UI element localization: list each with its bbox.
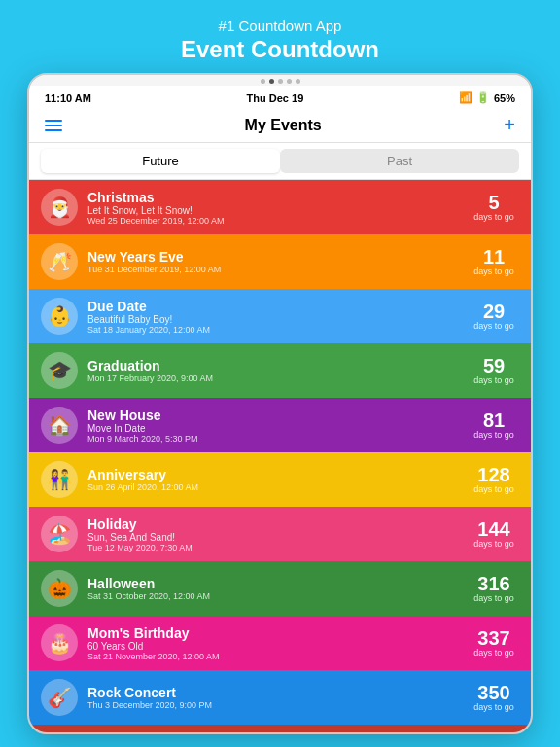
event-name: New Years Eve bbox=[88, 249, 469, 265]
event-countdown: 316 days to go bbox=[469, 574, 519, 603]
countdown-label: days to go bbox=[473, 593, 514, 603]
event-row[interactable]: 🏠 New House Move In Date Mon 9 March 202… bbox=[29, 398, 531, 452]
event-name: Mom's Birthday bbox=[88, 625, 469, 641]
countdown-label: days to go bbox=[473, 430, 514, 440]
countdown-number: 144 bbox=[477, 519, 509, 539]
header-subtitle: #1 Countdown App bbox=[0, 18, 560, 34]
event-info: Christmas Let It Snow, Let It Snow! Wed … bbox=[88, 190, 469, 226]
event-countdown: 128 days to go bbox=[469, 465, 519, 494]
event-row[interactable]: 🥂 New Years Eve Tue 31 December 2019, 12… bbox=[29, 234, 531, 289]
device-frame: 11:10 AM Thu Dec 19 📶 🔋 65% My Events + … bbox=[27, 73, 533, 734]
countdown-number: 128 bbox=[477, 465, 509, 484]
event-subtitle: Let It Snow, Let It Snow! bbox=[88, 205, 469, 216]
event-countdown: 337 days to go bbox=[469, 628, 519, 658]
event-date: Tue 31 December 2019, 12:00 AM bbox=[88, 265, 469, 274]
countdown-number: 81 bbox=[483, 410, 505, 430]
event-icon: 👫 bbox=[41, 461, 78, 498]
countdown-number: 11 bbox=[483, 247, 505, 267]
event-date: Mon 17 February 2020, 9:00 AM bbox=[88, 374, 469, 383]
countdown-label: days to go bbox=[473, 267, 514, 276]
event-date: Sat 31 October 2020, 12:00 AM bbox=[88, 591, 469, 601]
event-info: Rock Concert Thu 3 December 2020, 9:00 P… bbox=[88, 685, 469, 710]
event-icon: 👶 bbox=[41, 298, 78, 335]
segment-past[interactable]: Past bbox=[280, 149, 519, 173]
event-info: Halloween Sat 31 October 2020, 12:00 AM bbox=[88, 576, 469, 601]
event-name: Anniversary bbox=[88, 467, 469, 482]
event-info: Holiday Sun, Sea And Sand! Tue 12 May 20… bbox=[88, 516, 469, 552]
event-countdown: 29 days to go bbox=[469, 302, 519, 331]
event-subtitle: Sun, Sea And Sand! bbox=[88, 532, 469, 543]
event-icon: 🎸 bbox=[41, 679, 78, 716]
status-date: Thu Dec 19 bbox=[247, 92, 304, 104]
event-name: Graduation bbox=[88, 358, 469, 374]
event-row[interactable]: 🎭 Theatre An Evening Of Ballet 458 days … bbox=[29, 725, 531, 732]
event-info: New House Move In Date Mon 9 March 2020,… bbox=[88, 408, 469, 444]
dot-1 bbox=[261, 79, 265, 84]
countdown-number: 29 bbox=[483, 302, 505, 321]
hamburger-line-2 bbox=[45, 124, 62, 126]
event-row[interactable]: 👫 Anniversary Sun 26 April 2020, 12:00 A… bbox=[29, 452, 531, 507]
event-icon: 🎃 bbox=[41, 570, 78, 607]
event-date: Mon 9 March 2020, 5:30 PM bbox=[88, 434, 469, 444]
event-countdown: 81 days to go bbox=[469, 410, 519, 440]
event-countdown: 11 days to go bbox=[469, 247, 519, 276]
event-info: Graduation Mon 17 February 2020, 9:00 AM bbox=[88, 358, 469, 383]
segment-control: Future Past bbox=[29, 143, 531, 180]
nav-bar: My Events + bbox=[29, 108, 531, 143]
event-subtitle: Move In Date bbox=[88, 423, 469, 434]
countdown-label: days to go bbox=[473, 212, 514, 222]
event-row[interactable]: 🎅 Christmas Let It Snow, Let It Snow! We… bbox=[29, 180, 531, 234]
hamburger-line-1 bbox=[45, 120, 62, 122]
dot-4 bbox=[287, 79, 292, 84]
event-name: Holiday bbox=[88, 516, 469, 532]
header-area: #1 Countdown App Event Countdown bbox=[0, 0, 560, 73]
event-icon: 🥂 bbox=[41, 243, 78, 280]
countdown-number: 59 bbox=[483, 356, 505, 375]
countdown-number: 5 bbox=[488, 193, 499, 212]
add-event-button[interactable]: + bbox=[504, 114, 515, 136]
countdown-number: 337 bbox=[477, 628, 509, 648]
event-name: New House bbox=[88, 408, 469, 423]
event-info: Anniversary Sun 26 April 2020, 12:00 AM bbox=[88, 467, 469, 492]
header-title: Event Countdown bbox=[0, 36, 560, 63]
event-icon: 🎂 bbox=[41, 624, 78, 661]
countdown-number: 350 bbox=[477, 683, 509, 702]
countdown-label: days to go bbox=[473, 702, 514, 712]
dot-2 bbox=[269, 79, 274, 84]
event-countdown: 5 days to go bbox=[469, 193, 519, 222]
event-subtitle: Beautiful Baby Boy! bbox=[88, 314, 469, 325]
event-row[interactable]: 🎂 Mom's Birthday 60 Years Old Sat 21 Nov… bbox=[29, 616, 531, 670]
event-row[interactable]: 👶 Due Date Beautiful Baby Boy! Sat 18 Ja… bbox=[29, 289, 531, 343]
event-row[interactable]: 🏖️ Holiday Sun, Sea And Sand! Tue 12 May… bbox=[29, 507, 531, 561]
event-date: Sat 21 November 2020, 12:00 AM bbox=[88, 652, 469, 661]
wifi-icon: 📶 bbox=[459, 91, 472, 104]
event-subtitle: 60 Years Old bbox=[88, 641, 469, 652]
event-row[interactable]: 🎓 Graduation Mon 17 February 2020, 9:00 … bbox=[29, 343, 531, 398]
event-name: Christmas bbox=[88, 190, 469, 205]
countdown-label: days to go bbox=[473, 484, 514, 494]
countdown-number: 316 bbox=[477, 574, 509, 593]
event-info: Due Date Beautiful Baby Boy! Sat 18 Janu… bbox=[88, 299, 469, 335]
battery-pct: 65% bbox=[494, 92, 515, 104]
event-row[interactable]: 🎸 Rock Concert Thu 3 December 2020, 9:00… bbox=[29, 670, 531, 725]
event-row[interactable]: 🎃 Halloween Sat 31 October 2020, 12:00 A… bbox=[29, 561, 531, 616]
event-countdown: 59 days to go bbox=[469, 356, 519, 385]
event-countdown: 350 days to go bbox=[469, 683, 519, 712]
segment-future[interactable]: Future bbox=[41, 149, 280, 173]
nav-title: My Events bbox=[245, 117, 322, 134]
events-list: 🎅 Christmas Let It Snow, Let It Snow! We… bbox=[29, 180, 531, 732]
countdown-label: days to go bbox=[473, 648, 514, 658]
status-right: 📶 🔋 65% bbox=[459, 91, 515, 104]
countdown-label: days to go bbox=[473, 375, 514, 385]
countdown-label: days to go bbox=[473, 321, 514, 331]
dot-3 bbox=[278, 79, 283, 84]
event-icon: 🏖️ bbox=[41, 516, 78, 552]
event-date: Wed 25 December 2019, 12:00 AM bbox=[88, 216, 469, 226]
menu-button[interactable] bbox=[45, 120, 62, 131]
event-name: Halloween bbox=[88, 576, 469, 591]
event-info: New Years Eve Tue 31 December 2019, 12:0… bbox=[88, 249, 469, 274]
event-date: Sun 26 April 2020, 12:00 AM bbox=[88, 482, 469, 492]
event-icon: 🎅 bbox=[41, 189, 78, 226]
event-info: Mom's Birthday 60 Years Old Sat 21 Novem… bbox=[88, 625, 469, 661]
event-name: Due Date bbox=[88, 299, 469, 314]
